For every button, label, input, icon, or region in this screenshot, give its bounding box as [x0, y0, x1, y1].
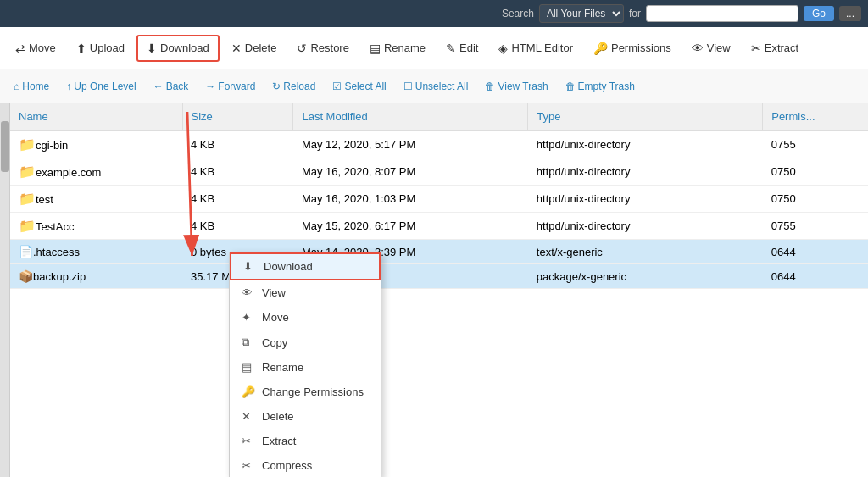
cm-changepermissions-item[interactable]: 🔑 Change Permissions	[230, 380, 381, 404]
selectall-icon: ☑	[332, 80, 342, 92]
file-perms-cell: 0644	[763, 240, 868, 264]
col-size[interactable]: Size	[182, 103, 293, 130]
folder-icon: 📁	[19, 164, 36, 179]
file-name: test	[36, 193, 53, 206]
uplevel-icon: ↑	[66, 80, 71, 92]
col-modified[interactable]: Last Modified	[293, 103, 528, 130]
download-icon: ⬇	[147, 42, 157, 55]
search-bar: Search All Your Files File Name Content …	[0, 0, 868, 27]
file-perms: 0750	[771, 165, 796, 178]
table-row[interactable]: 📁example.com 4 KB May 16, 2020, 8:07 PM …	[10, 158, 868, 186]
scroll-thumb[interactable]	[1, 121, 9, 172]
file-name: cgi-bin	[36, 139, 68, 152]
file-modified-cell: May 15, 2020, 6:17 PM	[293, 213, 528, 240]
cm-compress-item[interactable]: ✂ Compress	[230, 453, 381, 477]
file-name-cell: 📄.htaccess	[10, 240, 182, 264]
forward-button[interactable]: → Forward	[198, 77, 262, 96]
cm-move-item[interactable]: ✦ Move	[230, 305, 381, 330]
edit-button[interactable]: ✎ Edit	[437, 36, 487, 60]
file-size: 4 KB	[191, 165, 214, 178]
search-input[interactable]	[646, 5, 798, 22]
table-row[interactable]: 📄.htaccess 0 bytes May 14, 2020, 3:39 PM…	[10, 240, 868, 264]
move-icon: ⇄	[15, 42, 25, 55]
selectall-button[interactable]: ☑ Select All	[326, 77, 392, 96]
table-row[interactable]: 📁TestAcc 4 KB May 15, 2020, 6:17 PM http…	[10, 213, 868, 240]
file-type: text/x-generic	[537, 246, 603, 258]
table-row[interactable]: 📦backup.zip 35.17 MB Today, 3:08 PM pack…	[10, 264, 868, 289]
search-scope-select[interactable]: All Your Files File Name Content	[539, 4, 624, 23]
scrollbar[interactable]	[0, 103, 10, 477]
file-modified: May 16, 2020, 8:07 PM	[302, 165, 415, 178]
emptytrash-button[interactable]: 🗑 Empty Trash	[559, 77, 642, 96]
file-type: httpd/unix-directory	[537, 165, 631, 178]
file-size-cell: 4 KB	[182, 158, 293, 186]
uplevel-button[interactable]: ↑ Up One Level	[59, 77, 142, 96]
col-name[interactable]: Name	[10, 103, 182, 130]
reload-button[interactable]: ↻ Reload	[265, 77, 322, 96]
delete-button[interactable]: ✕ Delete	[223, 36, 286, 60]
unselectall-button[interactable]: ☐ Unselect All	[397, 77, 476, 96]
viewtrash-button[interactable]: 🗑 View Trash	[478, 77, 554, 96]
delete-icon: ✕	[231, 42, 242, 55]
search-more-button[interactable]: ...	[839, 6, 861, 21]
home-button[interactable]: ⌂ Home	[7, 77, 56, 96]
file-name: TestAcc	[36, 220, 75, 233]
app-container: Search All Your Files File Name Content …	[0, 0, 868, 477]
file-size: 4 KB	[191, 192, 214, 205]
file-type: httpd/unix-directory	[537, 219, 631, 232]
cm-download-item[interactable]: ⬇ Download	[230, 252, 381, 280]
restore-button[interactable]: ↺ Restore	[288, 36, 358, 60]
cm-extract-item[interactable]: ✂ Extract	[230, 429, 381, 453]
cm-delete-item[interactable]: ✕ Delete	[230, 404, 381, 429]
file-type-cell: httpd/unix-directory	[528, 213, 763, 240]
move-button[interactable]: ⇄ Move	[7, 36, 64, 60]
file-perms: 0750	[771, 192, 796, 205]
permissions-button[interactable]: 🔑 Permissions	[585, 36, 680, 60]
file-size: 4 KB	[191, 219, 214, 232]
file-perms-cell: 0750	[763, 158, 868, 186]
file-type: httpd/unix-directory	[537, 192, 631, 205]
file-type-cell: package/x-generic	[528, 264, 763, 289]
restore-icon: ↺	[297, 42, 307, 55]
search-go-button[interactable]: Go	[804, 6, 834, 21]
view-button[interactable]: 👁 View	[683, 36, 739, 60]
htmleditor-button[interactable]: ◈ HTML Editor	[490, 36, 581, 60]
cm-copy-item[interactable]: ⧉ Copy	[230, 330, 381, 355]
cm-rename-item[interactable]: ▤ Rename	[230, 355, 381, 380]
file-table-wrapper: Name Size Last Modified Type Permis... 📁…	[10, 103, 868, 477]
file-name-cell: 📁cgi-bin	[10, 130, 182, 158]
back-button[interactable]: ← Back	[147, 77, 196, 96]
cm-view-icon: 👁	[242, 286, 255, 299]
cm-delete-icon: ✕	[242, 410, 255, 423]
emptytrash-icon: 🗑	[565, 80, 576, 92]
folder-icon: 📁	[19, 137, 36, 152]
view-icon: 👁	[692, 42, 704, 55]
col-type[interactable]: Type	[528, 103, 763, 130]
download-button[interactable]: ⬇ Download	[136, 35, 220, 62]
table-row[interactable]: 📁cgi-bin 4 KB May 12, 2020, 5:17 PM http…	[10, 130, 868, 158]
cm-compress-icon: ✂	[242, 459, 255, 472]
file-name: .htaccess	[33, 246, 80, 258]
cm-extract-icon: ✂	[242, 435, 255, 447]
extract-button[interactable]: ✂ Extract	[743, 36, 807, 60]
viewtrash-icon: 🗑	[485, 80, 495, 92]
unselectall-icon: ☐	[403, 80, 413, 92]
col-perms[interactable]: Permis...	[763, 103, 868, 130]
file-perms-cell: 0755	[763, 130, 868, 158]
file-size-cell: 4 KB	[182, 213, 293, 240]
file-name-cell: 📁test	[10, 186, 182, 213]
file-modified-cell: May 16, 2020, 8:07 PM	[293, 158, 528, 186]
file-name: example.com	[36, 166, 101, 179]
file-perms-cell: 0644	[763, 264, 868, 289]
reload-icon: ↻	[272, 80, 281, 92]
file-name: backup.zip	[33, 270, 86, 283]
cm-view-item[interactable]: 👁 View	[230, 280, 381, 305]
table-row[interactable]: 📁test 4 KB May 16, 2020, 1:03 PM httpd/u…	[10, 186, 868, 213]
upload-button[interactable]: ⬆ Upload	[68, 36, 133, 60]
rename-button[interactable]: ▤ Rename	[361, 36, 434, 60]
cm-move-icon: ✦	[242, 311, 255, 324]
file-modified-cell: May 16, 2020, 1:03 PM	[293, 186, 528, 213]
file-perms-cell: 0750	[763, 186, 868, 213]
forward-icon: →	[205, 80, 215, 92]
file-type-cell: httpd/unix-directory	[528, 130, 763, 158]
